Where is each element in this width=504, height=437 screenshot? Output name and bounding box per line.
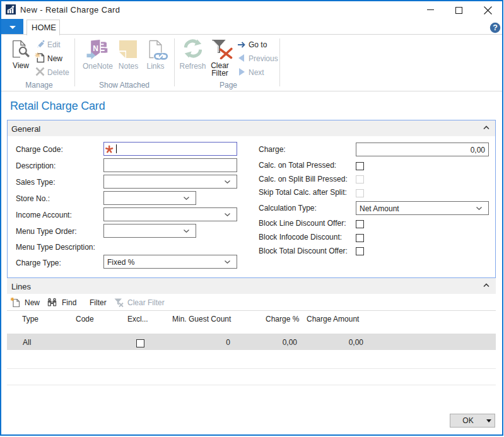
svg-text:?: ? [493, 23, 498, 32]
svg-text:N: N [93, 44, 98, 53]
